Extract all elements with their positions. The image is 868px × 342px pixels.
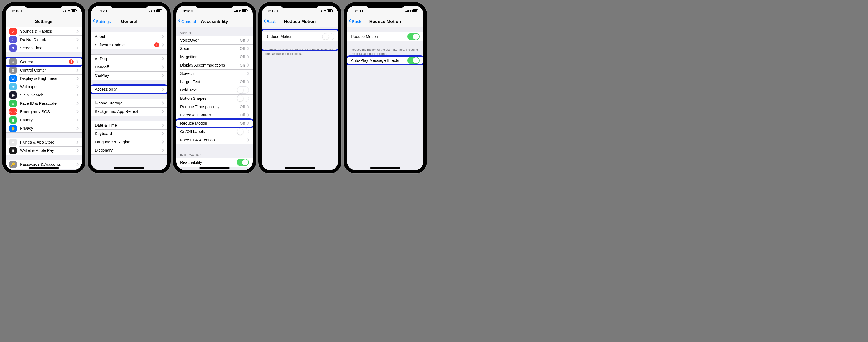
cellular-icon xyxy=(149,9,152,12)
row-icon: ☾ xyxy=(9,36,17,43)
settings-row-screen-time[interactable]: ⧗Screen Time xyxy=(5,44,82,52)
notification-badge: 1 xyxy=(154,42,159,48)
section-footer: Reduce the motion of the user interface,… xyxy=(347,46,424,56)
toggle-switch[interactable] xyxy=(237,87,249,94)
section-header: Vision xyxy=(176,27,253,36)
settings-row-emergency-sos[interactable]: SOSEmergency SOS xyxy=(5,107,82,116)
settings-row-on-off-labels[interactable]: On/Off Labels xyxy=(176,127,253,136)
settings-row-do-not-disturb[interactable]: ☾Do Not Disturb xyxy=(5,35,82,44)
settings-row-reduce-motion[interactable]: Reduce MotionOff xyxy=(176,119,253,127)
settings-row-auto-play-message-effects[interactable]: Auto-Play Message Effects xyxy=(347,56,424,65)
content: Reduce MotionReduce the motion of the us… xyxy=(347,27,424,170)
location-icon: ➤ xyxy=(276,9,279,13)
chevron-right-icon xyxy=(75,77,79,80)
toggle-switch[interactable] xyxy=(237,159,249,166)
battery-icon xyxy=(327,9,333,12)
chevron-right-icon xyxy=(246,105,249,108)
settings-row-display-accommodations[interactable]: Display AccommodationsOn xyxy=(176,61,253,69)
settings-row-reduce-transparency[interactable]: Reduce TransparencyOff xyxy=(176,102,253,111)
toggle-switch[interactable] xyxy=(237,128,249,135)
settings-row-keyboard[interactable]: Keyboard xyxy=(91,129,167,138)
settings-row-iphone-storage[interactable]: iPhone Storage xyxy=(91,99,167,107)
chevron-right-icon xyxy=(246,138,249,141)
row-label: Reduce Transparency xyxy=(180,104,240,109)
settings-row-bold-text[interactable]: Bold Text xyxy=(176,86,253,94)
settings-row-face-id-attention[interactable]: Face ID & Attention xyxy=(176,136,253,144)
settings-row-reduce-motion[interactable]: Reduce Motion xyxy=(261,32,338,41)
settings-row-battery[interactable]: ▮Battery xyxy=(5,116,82,124)
row-label: Keyboard xyxy=(95,131,161,136)
row-icon: ⧗ xyxy=(9,44,17,52)
settings-row-magnifier[interactable]: MagnifierOff xyxy=(176,53,253,61)
row-label: Display & Brightness xyxy=(20,76,76,81)
content: AboutSoftware Update1AirDropHandoffCarPl… xyxy=(91,27,167,170)
settings-row-background-app-refresh[interactable]: Background App Refresh xyxy=(91,107,167,116)
settings-row-display-brightness[interactable]: AADisplay & Brightness xyxy=(5,74,82,83)
row-icon: 🔑 xyxy=(9,161,17,168)
home-indicator[interactable] xyxy=(29,167,59,168)
settings-row-wallet-apple-pay[interactable]: ▮Wallet & Apple Pay xyxy=(5,146,82,155)
row-label: Increase Contrast xyxy=(180,113,240,117)
back-button[interactable]: Settings xyxy=(93,19,111,24)
settings-row-date-time[interactable]: Date & Time xyxy=(91,121,167,129)
back-button[interactable]: Back xyxy=(349,19,361,24)
settings-row-general[interactable]: ⚙General1 xyxy=(5,58,82,66)
settings-row-language-region[interactable]: Language & Region xyxy=(91,138,167,146)
settings-row-larger-text[interactable]: Larger TextOff xyxy=(176,77,253,86)
location-icon: ➤ xyxy=(362,9,364,13)
row-value: Off xyxy=(240,113,245,117)
home-indicator[interactable] xyxy=(285,167,315,168)
home-indicator[interactable] xyxy=(370,167,400,168)
settings-row-sounds-haptics[interactable]: ♪Sounds & Haptics xyxy=(5,27,82,35)
row-label: Face ID & Passcode xyxy=(20,101,76,105)
settings-row-airdrop[interactable]: AirDrop xyxy=(91,55,167,63)
settings-row-carplay[interactable]: CarPlay xyxy=(91,71,167,80)
home-indicator[interactable] xyxy=(199,167,230,168)
settings-row-button-shapes[interactable]: Button Shapes xyxy=(176,94,253,102)
settings-row-accessibility[interactable]: Accessibility xyxy=(91,85,167,93)
home-indicator[interactable] xyxy=(114,167,145,168)
settings-row-speech[interactable]: Speech xyxy=(176,69,253,77)
settings-row-siri-search[interactable]: ◉Siri & Search xyxy=(5,91,82,99)
settings-row-voiceover[interactable]: VoiceOverOff xyxy=(176,36,253,44)
toggle-switch[interactable] xyxy=(322,33,334,40)
chevron-right-icon xyxy=(246,63,249,66)
battery-icon xyxy=(156,9,162,12)
row-label: iPhone Storage xyxy=(95,101,161,105)
settings-row-software-update[interactable]: Software Update1 xyxy=(91,41,167,49)
cellular-icon xyxy=(319,9,323,12)
toggle-switch[interactable] xyxy=(407,57,420,64)
row-icon: ✋ xyxy=(9,125,17,132)
cellular-icon xyxy=(405,9,408,12)
location-icon: ➤ xyxy=(191,9,193,13)
row-label: Face ID & Attention xyxy=(180,138,247,142)
settings-row-itunes-app-store[interactable]: AiTunes & App Store xyxy=(5,138,82,146)
settings-row-about[interactable]: About xyxy=(91,32,167,41)
row-label: iTunes & App Store xyxy=(20,140,76,145)
chevron-right-icon xyxy=(75,118,79,121)
row-label: Background App Refresh xyxy=(95,109,161,114)
toggle-switch[interactable] xyxy=(407,33,420,40)
back-button[interactable]: Back xyxy=(263,19,276,24)
settings-row-increase-contrast[interactable]: Increase ContrastOff xyxy=(176,111,253,119)
settings-row-dictionary[interactable]: Dictionary xyxy=(91,146,167,154)
settings-row-handoff[interactable]: Handoff xyxy=(91,63,167,71)
chevron-right-icon xyxy=(75,149,79,152)
nav-bar: Back Reduce Motion xyxy=(347,16,424,27)
settings-row-reachability[interactable]: Reachability xyxy=(176,158,253,166)
settings-row-control-center[interactable]: ⊟Control Center xyxy=(5,66,82,74)
back-button[interactable]: General xyxy=(178,19,196,24)
chevron-right-icon xyxy=(161,74,164,77)
settings-row-wallpaper[interactable]: ❀Wallpaper xyxy=(5,83,82,91)
wifi-icon: ▾ xyxy=(154,9,155,13)
toggle-switch[interactable] xyxy=(237,95,249,102)
row-icon: ❀ xyxy=(9,83,17,90)
settings-row-face-id-passcode[interactable]: ☻Face ID & Passcode xyxy=(5,99,82,107)
settings-row-privacy[interactable]: ✋Privacy xyxy=(5,124,82,132)
status-time: 3:12 xyxy=(12,9,20,13)
row-value: Off xyxy=(240,55,245,59)
settings-row-reduce-motion[interactable]: Reduce Motion xyxy=(347,32,424,41)
row-label: Button Shapes xyxy=(180,96,237,101)
page-title: Settings xyxy=(35,19,52,24)
settings-row-zoom[interactable]: ZoomOff xyxy=(176,44,253,53)
